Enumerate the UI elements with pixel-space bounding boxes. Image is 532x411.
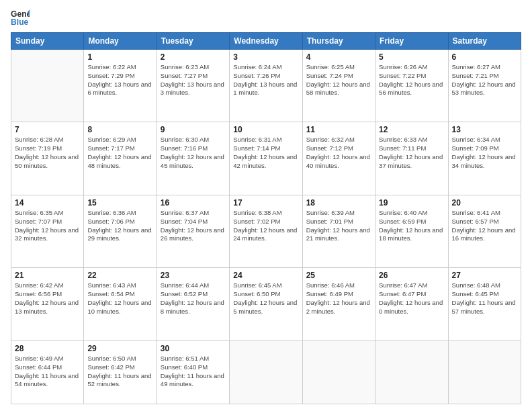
logo-icon: General Blue: [11, 8, 30, 27]
day-number: 5: [379, 52, 444, 62]
calendar-week-row: 7Sunrise: 6:28 AM Sunset: 7:19 PM Daylig…: [11, 122, 521, 195]
day-info: Sunrise: 6:32 AM Sunset: 7:12 PM Dayligh…: [306, 136, 371, 170]
calendar-cell: [448, 340, 521, 404]
day-number: 30: [161, 344, 226, 353]
weekday-header: Thursday: [302, 33, 375, 50]
day-info: Sunrise: 6:47 AM Sunset: 6:47 PM Dayligh…: [379, 281, 444, 316]
calendar-cell: [302, 340, 375, 404]
day-number: 9: [161, 125, 226, 134]
day-number: 8: [87, 125, 152, 134]
calendar-cell: [230, 340, 302, 404]
calendar-week-row: 21Sunrise: 6:42 AM Sunset: 6:56 PM Dayli…: [11, 268, 521, 340]
day-info: Sunrise: 6:30 AM Sunset: 7:16 PM Dayligh…: [161, 136, 226, 170]
day-info: Sunrise: 6:35 AM Sunset: 7:07 PM Dayligh…: [15, 209, 80, 243]
calendar-cell: 2Sunrise: 6:23 AM Sunset: 7:27 PM Daylig…: [157, 50, 229, 122]
calendar-cell: 17Sunrise: 6:38 AM Sunset: 7:02 PM Dayli…: [230, 195, 302, 267]
calendar-cell: 23Sunrise: 6:44 AM Sunset: 6:52 PM Dayli…: [157, 268, 229, 340]
calendar-cell: 22Sunrise: 6:43 AM Sunset: 6:54 PM Dayli…: [84, 268, 157, 340]
calendar-header-row: SundayMondayTuesdayWednesdayThursdayFrid…: [11, 33, 521, 50]
calendar-cell: 29Sunrise: 6:50 AM Sunset: 6:42 PM Dayli…: [84, 340, 157, 404]
day-number: 22: [87, 271, 152, 280]
calendar-cell: 4Sunrise: 6:25 AM Sunset: 7:24 PM Daylig…: [302, 50, 375, 122]
day-info: Sunrise: 6:48 AM Sunset: 6:45 PM Dayligh…: [452, 281, 517, 316]
calendar-cell: 3Sunrise: 6:24 AM Sunset: 7:26 PM Daylig…: [230, 50, 302, 122]
day-number: 10: [233, 125, 298, 134]
weekday-header: Saturday: [448, 33, 521, 50]
calendar-cell: 28Sunrise: 6:49 AM Sunset: 6:44 PM Dayli…: [11, 340, 84, 404]
day-info: Sunrise: 6:39 AM Sunset: 7:01 PM Dayligh…: [306, 209, 371, 243]
day-info: Sunrise: 6:50 AM Sunset: 6:42 PM Dayligh…: [87, 355, 152, 389]
day-number: 13: [452, 125, 517, 134]
day-number: 25: [306, 271, 371, 280]
calendar-cell: 5Sunrise: 6:26 AM Sunset: 7:22 PM Daylig…: [375, 50, 448, 122]
calendar-cell: 20Sunrise: 6:41 AM Sunset: 6:57 PM Dayli…: [448, 195, 521, 267]
day-info: Sunrise: 6:42 AM Sunset: 6:56 PM Dayligh…: [15, 281, 80, 316]
calendar-cell: 27Sunrise: 6:48 AM Sunset: 6:45 PM Dayli…: [448, 268, 521, 340]
calendar-week-row: 14Sunrise: 6:35 AM Sunset: 7:07 PM Dayli…: [11, 195, 521, 267]
calendar-cell: 14Sunrise: 6:35 AM Sunset: 7:07 PM Dayli…: [11, 195, 84, 267]
day-number: 12: [379, 125, 444, 134]
calendar-cell: 21Sunrise: 6:42 AM Sunset: 6:56 PM Dayli…: [11, 268, 84, 340]
calendar-cell: 7Sunrise: 6:28 AM Sunset: 7:19 PM Daylig…: [11, 122, 84, 195]
day-info: Sunrise: 6:45 AM Sunset: 6:50 PM Dayligh…: [233, 281, 298, 316]
day-number: 26: [379, 271, 444, 280]
calendar-cell: 25Sunrise: 6:46 AM Sunset: 6:49 PM Dayli…: [302, 268, 375, 340]
day-number: 28: [15, 344, 80, 353]
day-info: Sunrise: 6:29 AM Sunset: 7:17 PM Dayligh…: [87, 136, 152, 170]
day-number: 14: [15, 198, 80, 208]
day-number: 20: [452, 198, 517, 208]
weekday-header: Friday: [375, 33, 448, 50]
day-info: Sunrise: 6:49 AM Sunset: 6:44 PM Dayligh…: [15, 355, 80, 389]
day-number: 2: [161, 52, 226, 62]
calendar-week-row: 28Sunrise: 6:49 AM Sunset: 6:44 PM Dayli…: [11, 340, 521, 404]
day-info: Sunrise: 6:24 AM Sunset: 7:26 PM Dayligh…: [233, 63, 298, 97]
day-number: 4: [306, 52, 371, 62]
calendar-cell: [11, 50, 84, 122]
day-info: Sunrise: 6:43 AM Sunset: 6:54 PM Dayligh…: [87, 281, 152, 316]
calendar-cell: 18Sunrise: 6:39 AM Sunset: 7:01 PM Dayli…: [302, 195, 375, 267]
day-info: Sunrise: 6:36 AM Sunset: 7:06 PM Dayligh…: [87, 209, 152, 243]
day-info: Sunrise: 6:22 AM Sunset: 7:29 PM Dayligh…: [87, 63, 152, 97]
day-info: Sunrise: 6:38 AM Sunset: 7:02 PM Dayligh…: [233, 209, 298, 243]
day-info: Sunrise: 6:31 AM Sunset: 7:14 PM Dayligh…: [233, 136, 298, 170]
calendar-cell: 26Sunrise: 6:47 AM Sunset: 6:47 PM Dayli…: [375, 268, 448, 340]
day-number: 16: [161, 198, 226, 208]
calendar-cell: 19Sunrise: 6:40 AM Sunset: 6:59 PM Dayli…: [375, 195, 448, 267]
day-info: Sunrise: 6:51 AM Sunset: 6:40 PM Dayligh…: [161, 355, 226, 389]
day-info: Sunrise: 6:34 AM Sunset: 7:09 PM Dayligh…: [452, 136, 517, 170]
calendar-cell: 11Sunrise: 6:32 AM Sunset: 7:12 PM Dayli…: [302, 122, 375, 195]
day-number: 21: [15, 271, 80, 280]
day-info: Sunrise: 6:33 AM Sunset: 7:11 PM Dayligh…: [379, 136, 444, 170]
day-number: 3: [233, 52, 298, 62]
calendar-cell: 6Sunrise: 6:27 AM Sunset: 7:21 PM Daylig…: [448, 50, 521, 122]
day-info: Sunrise: 6:41 AM Sunset: 6:57 PM Dayligh…: [452, 209, 517, 243]
day-info: Sunrise: 6:23 AM Sunset: 7:27 PM Dayligh…: [161, 63, 226, 97]
day-info: Sunrise: 6:25 AM Sunset: 7:24 PM Dayligh…: [306, 63, 371, 97]
calendar-cell: 16Sunrise: 6:37 AM Sunset: 7:04 PM Dayli…: [157, 195, 229, 267]
day-number: 27: [452, 271, 517, 280]
calendar-week-row: 1Sunrise: 6:22 AM Sunset: 7:29 PM Daylig…: [11, 50, 521, 122]
day-number: 24: [233, 271, 298, 280]
day-number: 7: [15, 125, 80, 134]
day-info: Sunrise: 6:44 AM Sunset: 6:52 PM Dayligh…: [161, 281, 226, 316]
day-number: 6: [452, 52, 517, 62]
day-info: Sunrise: 6:28 AM Sunset: 7:19 PM Dayligh…: [15, 136, 80, 170]
weekday-header: Wednesday: [230, 33, 302, 50]
calendar-cell: 10Sunrise: 6:31 AM Sunset: 7:14 PM Dayli…: [230, 122, 302, 195]
day-info: Sunrise: 6:46 AM Sunset: 6:49 PM Dayligh…: [306, 281, 371, 316]
day-number: 23: [161, 271, 226, 280]
page: General Blue SundayMondayTuesdayWednesda…: [0, 0, 532, 411]
day-info: Sunrise: 6:40 AM Sunset: 6:59 PM Dayligh…: [379, 209, 444, 243]
day-number: 1: [87, 52, 152, 62]
weekday-header: Sunday: [11, 33, 84, 50]
logo: General Blue: [11, 8, 30, 27]
day-number: 19: [379, 198, 444, 208]
day-number: 17: [233, 198, 298, 208]
day-number: 15: [87, 198, 152, 208]
day-info: Sunrise: 6:26 AM Sunset: 7:22 PM Dayligh…: [379, 63, 444, 97]
calendar-cell: 12Sunrise: 6:33 AM Sunset: 7:11 PM Dayli…: [375, 122, 448, 195]
svg-text:Blue: Blue: [11, 17, 29, 27]
calendar-cell: 1Sunrise: 6:22 AM Sunset: 7:29 PM Daylig…: [84, 50, 157, 122]
day-number: 11: [306, 125, 371, 134]
day-number: 18: [306, 198, 371, 208]
